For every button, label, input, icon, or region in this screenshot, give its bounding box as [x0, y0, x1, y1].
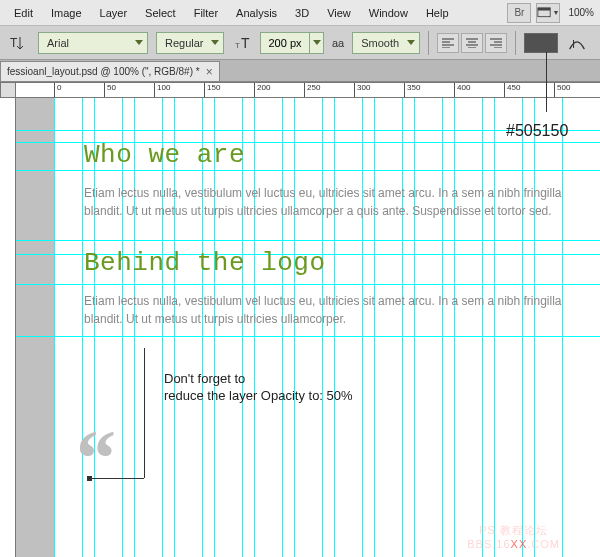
- chevron-down-icon: [135, 40, 143, 45]
- align-left-button[interactable]: [437, 33, 459, 53]
- heading-behind-logo[interactable]: Behind the logo: [84, 248, 564, 278]
- menu-filter[interactable]: Filter: [186, 3, 226, 23]
- close-icon[interactable]: ×: [206, 65, 213, 79]
- font-style-value: Regular: [165, 37, 204, 49]
- ruler-tick: 250: [304, 83, 320, 97]
- chevron-down-icon: [407, 40, 415, 45]
- ruler-tick: 150: [204, 83, 220, 97]
- chevron-down-icon[interactable]: [309, 33, 323, 53]
- heading-who-we-are[interactable]: Who we are: [84, 140, 564, 170]
- menu-image[interactable]: Image: [43, 3, 90, 23]
- document-content: Who we are Etiam lectus nulla, vestibulu…: [84, 140, 564, 356]
- annotation-leader-horizontal: [89, 478, 144, 479]
- watermark-line2: BBS.16XX.COM: [467, 537, 560, 551]
- menu-layer[interactable]: Layer: [92, 3, 136, 23]
- annotation-tip-text: Don't forget to reduce the layer Opacity…: [164, 370, 353, 404]
- zoom-display: 100%: [568, 7, 594, 18]
- annotation-dot: [87, 476, 92, 481]
- options-bar: T Arial Regular TT aa Smooth I: [0, 26, 600, 60]
- warp-text-icon: I: [566, 32, 588, 54]
- menu-help[interactable]: Help: [418, 3, 457, 23]
- ruler-tick: 200: [254, 83, 270, 97]
- text-align-group: [437, 33, 507, 53]
- text-color-swatch[interactable]: [524, 33, 558, 53]
- chevron-down-icon: [211, 40, 219, 45]
- menu-view[interactable]: View: [319, 3, 359, 23]
- menu-select[interactable]: Select: [137, 3, 184, 23]
- paragraph-2[interactable]: Etiam lectus nulla, vestibulum vel luctu…: [84, 292, 564, 328]
- document-tab[interactable]: fessioanl_layout.psd @ 100% (", RGB/8#) …: [0, 61, 220, 81]
- menu-edit[interactable]: Edit: [6, 3, 41, 23]
- screen-mode-icon: [537, 7, 551, 18]
- text-orientation-icon: T: [9, 34, 27, 52]
- align-center-icon: [466, 38, 478, 48]
- menu-3d[interactable]: 3D: [287, 3, 317, 23]
- align-right-button[interactable]: [485, 33, 507, 53]
- text-tool-indicator[interactable]: T: [6, 31, 30, 55]
- ruler-origin[interactable]: [0, 82, 16, 98]
- document-tab-bar: fessioanl_layout.psd @ 100% (", RGB/8#) …: [0, 60, 600, 82]
- bridge-button[interactable]: Br: [507, 3, 531, 23]
- divider: [428, 31, 429, 55]
- svg-text:T: T: [10, 36, 18, 50]
- bridge-label: Br: [514, 7, 524, 18]
- annotation-color-label: #505150: [506, 122, 568, 140]
- ruler-tick: 450: [504, 83, 520, 97]
- font-size-field[interactable]: [261, 37, 309, 49]
- font-family-value: Arial: [47, 37, 69, 49]
- divider: [515, 31, 516, 55]
- screen-mode-button[interactable]: ▼: [536, 3, 560, 23]
- menu-bar: Edit Image Layer Select Filter Analysis …: [0, 0, 600, 26]
- ruler-tick: 0: [54, 83, 61, 97]
- horizontal-ruler[interactable]: 0 50 100 150 200 250 300 350 400 450 500: [16, 82, 600, 98]
- ruler-tick: 50: [104, 83, 116, 97]
- align-left-icon: [442, 38, 454, 48]
- svg-text:T: T: [241, 35, 250, 51]
- font-style-dropdown[interactable]: Regular: [156, 32, 224, 54]
- svg-rect-1: [538, 8, 550, 11]
- annotation-tip-line2: reduce the layer Opacity to: 50%: [164, 387, 353, 404]
- ruler-tick: 500: [554, 83, 570, 97]
- watermark-line1: PS 教程论坛: [467, 523, 560, 537]
- quote-mark-glyph[interactable]: “: [76, 428, 110, 488]
- document-tab-title: fessioanl_layout.psd @ 100% (", RGB/8#) …: [7, 66, 200, 77]
- ruler-tick: 350: [404, 83, 420, 97]
- annotation-leader-vertical: [144, 348, 145, 478]
- svg-text:T: T: [235, 41, 240, 50]
- warp-text-button[interactable]: I: [566, 33, 588, 53]
- guide-vertical[interactable]: [54, 98, 55, 557]
- paragraph-1[interactable]: Etiam lectus nulla, vestibulum vel luctu…: [84, 184, 564, 220]
- menu-analysis[interactable]: Analysis: [228, 3, 285, 23]
- antialias-value: Smooth: [361, 37, 399, 49]
- align-right-icon: [490, 38, 502, 48]
- ruler-tick: 400: [454, 83, 470, 97]
- font-size-input[interactable]: [260, 32, 324, 54]
- vertical-ruler[interactable]: [0, 82, 16, 557]
- menu-window[interactable]: Window: [361, 3, 416, 23]
- annotation-tip-line1: Don't forget to: [164, 370, 353, 387]
- svg-text:I: I: [572, 37, 575, 49]
- font-family-dropdown[interactable]: Arial: [38, 32, 148, 54]
- watermark: PS 教程论坛 BBS.16XX.COM: [467, 523, 560, 551]
- ruler-tick: 100: [154, 83, 170, 97]
- annotation-color-pointer: [546, 52, 547, 112]
- font-size-icon: TT: [232, 31, 256, 55]
- antialias-label: aa: [332, 37, 344, 49]
- antialias-dropdown[interactable]: Smooth: [352, 32, 420, 54]
- align-center-button[interactable]: [461, 33, 483, 53]
- ruler-tick: 300: [354, 83, 370, 97]
- canvas-area[interactable]: Who we are Etiam lectus nulla, vestibulu…: [16, 98, 600, 557]
